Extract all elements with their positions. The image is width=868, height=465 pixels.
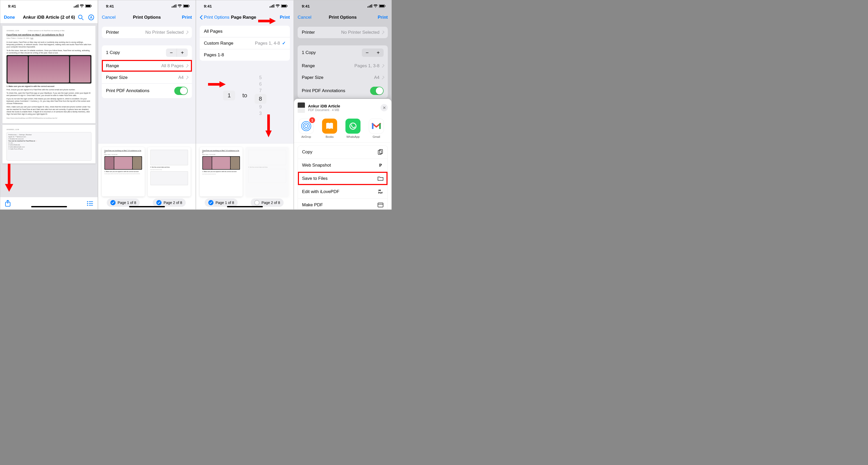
airdrop-app[interactable]: 1 AirDrop (299, 119, 314, 138)
custom-range-row[interactable]: Custom Range Pages 1, 4-8 ✓ (200, 37, 290, 49)
annotations-toggle[interactable] (370, 87, 383, 95)
sheet-subtitle: PDF Document · 4 MB (308, 108, 377, 112)
markup-icon[interactable] (88, 14, 94, 20)
copies-row: 1 Copy − + (298, 45, 388, 60)
doc-para: If you do not see the login screen, that… (6, 98, 91, 105)
screen-print-options: 9:41 Cancel Print Options Print Printer … (98, 0, 196, 210)
cancel-button[interactable]: Cancel (102, 15, 116, 20)
done-button[interactable]: Done (4, 15, 15, 20)
cancel-button[interactable]: Cancel (298, 15, 311, 20)
chevron-icon (381, 64, 384, 68)
page-chip[interactable]: Page 2 of 8 (251, 199, 284, 207)
page-chip[interactable]: Page 2 of 8 (153, 199, 186, 207)
svg-point-50 (350, 123, 356, 129)
svg-rect-26 (189, 5, 190, 6)
wifi-icon (80, 4, 84, 7)
plus-button[interactable]: + (373, 48, 383, 57)
page-title: Page Range (229, 15, 272, 20)
save-to-files-action[interactable]: Save to Files (298, 172, 388, 185)
svg-point-16 (87, 205, 88, 206)
share-sheet: Ankur iDB Article PDF Document · 4 MB ✕ … (294, 99, 392, 209)
printer-row[interactable]: Printer No Printer Selected (102, 27, 192, 38)
make-pdf-action[interactable]: Make PDF (298, 198, 388, 209)
share-apps-row[interactable]: 1 AirDrop Books WhatsApp Gmail Te (294, 117, 392, 143)
screen-document-view: 9:41 Done Ankur iDB Article (2 of 6) 10/… (0, 0, 98, 210)
svg-point-47 (305, 125, 308, 128)
copy-action[interactable]: Copy (298, 145, 388, 159)
minus-button[interactable]: − (166, 48, 177, 57)
bottom-toolbar (0, 197, 98, 209)
whatsapp-app[interactable]: WhatsApp (345, 119, 361, 138)
copies-stepper[interactable]: − + (166, 48, 188, 57)
svg-rect-6 (91, 5, 92, 6)
paper-row[interactable]: Paper Size A4 (298, 72, 388, 83)
page-thumb[interactable]: FaceTime not working on Mac? 14 solution… (200, 147, 243, 196)
notification-badge: 1 (309, 117, 315, 123)
doc-para: In most cases, FaceTime on Mac may not w… (6, 41, 91, 48)
svg-rect-32 (282, 5, 286, 7)
printer-row[interactable]: Printer No Printer Selected (298, 27, 388, 38)
range-picker[interactable]: 1 to 5 6 7 8 9 3 (196, 72, 293, 119)
web-snapshot-action[interactable]: Web Snapshot P (298, 159, 388, 172)
page-chip[interactable]: Page 1 of 8 (205, 199, 238, 207)
svg-rect-29 (272, 5, 273, 7)
svg-rect-42 (370, 5, 371, 7)
pages-1-8-row[interactable]: Pages 1-8 (200, 49, 290, 61)
svg-rect-46 (385, 5, 385, 6)
doc-title: FaceTime not working on Mac? 14 solution… (6, 33, 91, 37)
svg-rect-30 (274, 4, 274, 7)
plus-button[interactable]: + (177, 48, 188, 57)
copies-stepper[interactable]: − + (362, 48, 383, 57)
folder-icon (378, 176, 383, 181)
page-chip[interactable]: Page 1 of 8 (107, 199, 140, 207)
page-thumb[interactable]: FaceTime not working on Mac? 14 solution… (102, 147, 145, 196)
page-thumb-deselected[interactable]: 2. Set the correct date and time (246, 147, 288, 196)
share-icon[interactable] (5, 200, 11, 207)
list-icon[interactable] (87, 201, 93, 206)
chevron-icon (185, 76, 189, 79)
all-pages-row[interactable]: All Pages (200, 26, 290, 37)
range-row[interactable]: Range All 8 Pages (102, 60, 192, 72)
settings-group: 1 Copy − + Range Pages 1, 3-8 Paper Size… (298, 45, 388, 98)
copies-label: 1 Copy (106, 50, 120, 55)
back-button[interactable]: Print Options (200, 15, 229, 20)
to-wheel[interactable]: 5 6 7 8 9 3 (254, 74, 267, 117)
svg-rect-43 (371, 4, 372, 7)
check-icon (111, 200, 116, 205)
annotations-row: Print PDF Annotations (102, 83, 192, 98)
document-scroll[interactable]: 10/18/2021, 12:09 14 Best solutions to f… (0, 23, 98, 197)
print-button[interactable]: Print (378, 15, 388, 20)
from-wheel[interactable]: 1 (223, 91, 235, 100)
status-bar: 9:41 (294, 0, 392, 12)
edit-ilovepdf-action[interactable]: Edit with iLovePDF I❤PDF (298, 185, 388, 198)
annotations-toggle[interactable] (174, 87, 188, 95)
range-label: Range (106, 63, 119, 68)
chevron-icon (381, 76, 384, 79)
sheet-header: Ankur iDB Article PDF Document · 4 MB ✕ (294, 99, 392, 117)
svg-rect-25 (184, 5, 188, 7)
svg-point-48 (303, 123, 309, 129)
status-time: 9:41 (106, 4, 114, 8)
gmail-app[interactable]: Gmail (369, 119, 384, 138)
svg-rect-41 (369, 6, 370, 7)
settings-group: 1 Copy − + Range All 8 Pages Paper Size … (102, 45, 192, 98)
svg-line-8 (82, 19, 83, 20)
doc-page-1: 10/18/2021, 12:09 14 Best solutions to f… (2, 26, 96, 124)
status-icons (172, 4, 190, 8)
print-button[interactable]: Print (280, 15, 290, 20)
page-thumb[interactable]: 2. Set the correct date and time text te… (148, 147, 191, 196)
close-button[interactable]: ✕ (380, 104, 388, 111)
print-button[interactable]: Print (182, 15, 192, 20)
status-time: 9:41 (302, 4, 310, 8)
books-app[interactable]: Books (322, 119, 337, 138)
paper-row[interactable]: Paper Size A4 (102, 72, 192, 83)
chevron-icon (185, 31, 189, 34)
minus-button[interactable]: − (362, 48, 373, 57)
range-row[interactable]: Range Pages 1, 3-8 (298, 60, 388, 72)
doc-page-2: 10/18/2021, 12:09 Preferences — Settings… (2, 125, 96, 164)
chevron-icon (185, 64, 189, 68)
signal-icon (74, 4, 79, 7)
copy-icon (378, 149, 383, 155)
search-icon[interactable] (78, 14, 84, 20)
doc-para: Here, make sure you see your correct App… (6, 106, 91, 115)
